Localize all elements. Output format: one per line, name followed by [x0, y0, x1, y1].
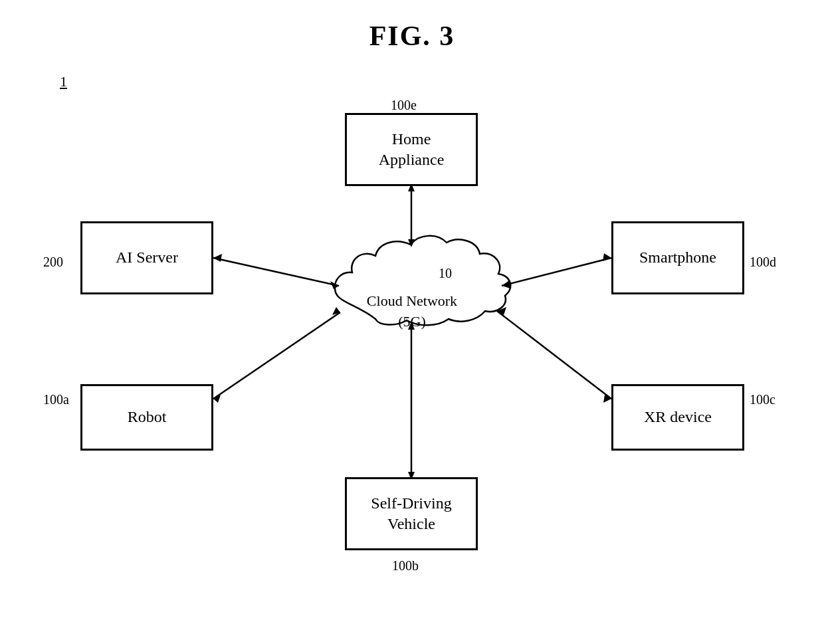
ref-xr-device: 100c — [750, 392, 775, 407]
svg-marker-4 — [330, 281, 339, 289]
smartphone-label: Smartphone — [639, 247, 716, 268]
node-xr-device: XR device — [611, 384, 744, 451]
robot-label: Robot — [128, 407, 167, 427]
figure-title: FIG. 3 — [0, 0, 824, 52]
node-self-driving: Self-DrivingVehicle — [345, 477, 478, 550]
node-robot: Robot — [80, 384, 213, 451]
svg-marker-11 — [213, 395, 221, 403]
ref-num-main: 1 — [60, 73, 67, 90]
self-driving-label: Self-DrivingVehicle — [371, 493, 451, 534]
svg-marker-1 — [408, 239, 415, 247]
ref-self-driving: 100b — [392, 558, 419, 574]
home-appliance-label: HomeAppliance — [379, 129, 445, 170]
svg-marker-5 — [213, 254, 222, 262]
xr-device-label: XR device — [644, 407, 712, 427]
cloud-network-label: Cloud Network(5G) — [335, 291, 489, 332]
svg-marker-7 — [502, 280, 510, 288]
ai-server-label: AI Server — [116, 247, 178, 268]
ref-cloud: 10 — [439, 266, 452, 281]
svg-line-3 — [213, 258, 339, 286]
ref-ai-server: 200 — [43, 255, 63, 270]
ref-home-appliance: 100e — [391, 98, 417, 113]
svg-marker-14 — [603, 395, 611, 403]
ref-smartphone: 100d — [750, 255, 776, 270]
node-smartphone: Smartphone — [611, 221, 744, 294]
node-ai-server: AI Server — [80, 221, 213, 294]
svg-marker-8 — [603, 253, 611, 261]
cloud-network-text: Cloud Network(5G) — [367, 292, 457, 330]
svg-marker-13 — [497, 307, 506, 315]
svg-line-6 — [502, 258, 611, 286]
diagram-container: FIG. 3 1 — [0, 0, 824, 644]
svg-line-12 — [497, 311, 611, 399]
ref-robot: 100a — [43, 392, 69, 407]
node-home-appliance: HomeAppliance — [345, 113, 478, 186]
svg-line-9 — [213, 312, 340, 399]
